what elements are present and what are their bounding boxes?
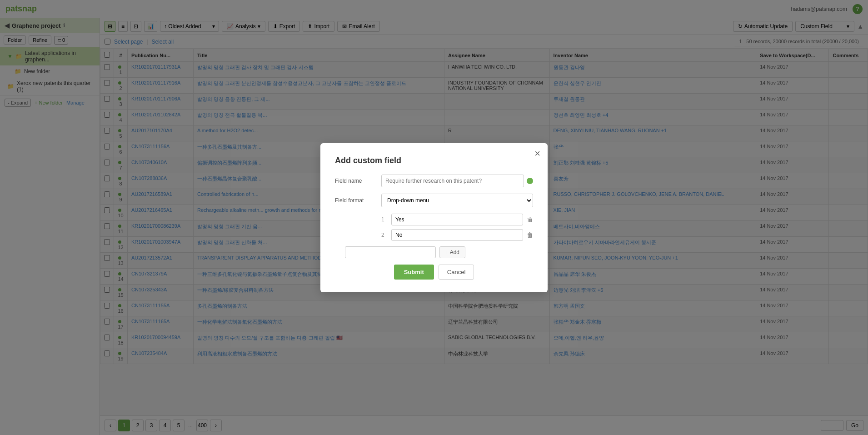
field-name-input[interactable] bbox=[381, 175, 524, 187]
add-custom-field-modal: × Add custom field Field name Field form… bbox=[320, 143, 548, 292]
option-value-2: No bbox=[391, 229, 523, 241]
add-option-button[interactable]: + Add bbox=[439, 246, 465, 258]
modal-title: Add custom field bbox=[335, 156, 533, 165]
field-name-label: Field name bbox=[335, 178, 376, 184]
options-list: 1 Yes 🗑 2 No 🗑 bbox=[381, 214, 533, 241]
modal-overlay: × Add custom field Field name Field form… bbox=[0, 0, 868, 435]
field-name-input-wrap bbox=[381, 175, 533, 187]
submit-button[interactable]: Submit bbox=[394, 265, 434, 280]
option-delete-1[interactable]: 🗑 bbox=[527, 216, 533, 223]
modal-actions: Submit Cancel bbox=[335, 265, 533, 280]
field-format-label: Field format bbox=[335, 197, 376, 204]
add-option-input[interactable] bbox=[345, 246, 436, 258]
loading-indicator bbox=[527, 178, 533, 184]
field-format-select[interactable]: Drop-down menu Text Number Date bbox=[381, 194, 533, 207]
option-num-2: 2 bbox=[381, 232, 388, 238]
option-row-2: 2 No 🗑 bbox=[381, 229, 533, 241]
option-row-1: 1 Yes 🗑 bbox=[381, 214, 533, 225]
add-option-row: + Add bbox=[345, 246, 533, 258]
option-value-1: Yes bbox=[391, 214, 523, 225]
option-num-1: 1 bbox=[381, 216, 388, 223]
option-delete-2[interactable]: 🗑 bbox=[527, 231, 533, 239]
field-format-row: Field format Drop-down menu Text Number … bbox=[335, 194, 533, 207]
field-name-row: Field name bbox=[335, 175, 533, 187]
cancel-button[interactable]: Cancel bbox=[439, 265, 474, 280]
modal-close-button[interactable]: × bbox=[534, 149, 540, 159]
